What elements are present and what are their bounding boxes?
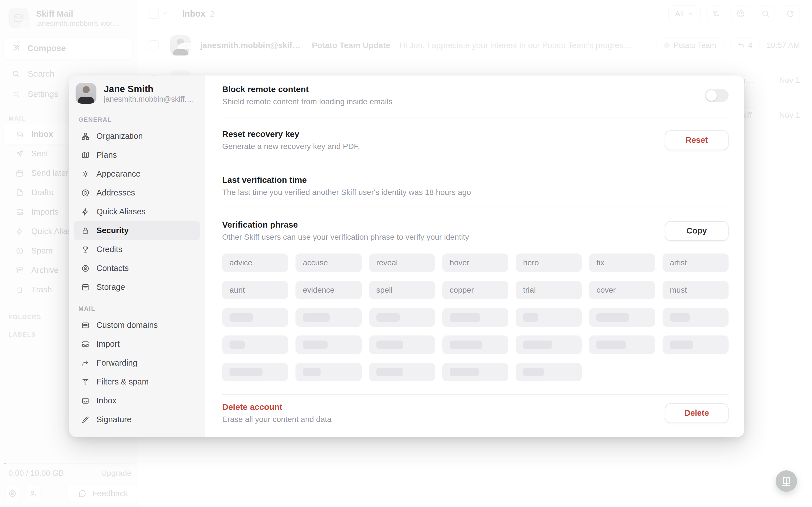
at-sign-icon	[81, 189, 90, 197]
lightning-icon	[81, 208, 90, 216]
setting-last-verification: Last verification time The last time you…	[222, 162, 728, 208]
settings-tab-contacts[interactable]: Contacts	[74, 259, 200, 278]
setting-description: Shield remote content from loading insid…	[222, 96, 393, 107]
verification-word-chip: hover	[442, 253, 508, 272]
setting-title: Delete account	[222, 401, 332, 413]
verification-word-skeleton	[442, 308, 508, 327]
setting-description: The last time you verified another Skiff…	[222, 187, 471, 198]
profile-email: janesmith.mobbin@skiff.…	[104, 95, 194, 104]
verification-word-skeleton	[516, 335, 581, 354]
verification-word-skeleton	[296, 308, 361, 327]
mail-section-label: MAIL	[79, 305, 200, 313]
settings-tab-credits[interactable]: Credits	[74, 240, 200, 259]
general-section-label: GENERAL	[79, 116, 200, 123]
pen-icon	[81, 415, 90, 424]
setting-block-remote: Block remote content Shield remote conte…	[222, 79, 728, 117]
verification-word-chip: evidence	[296, 281, 361, 299]
profile-name: Jane Smith	[104, 83, 194, 95]
verification-word-skeleton	[369, 363, 435, 381]
verification-word-chip: aunt	[222, 281, 288, 299]
profile-card: Jane Smith janesmith.mobbin@skiff.…	[74, 83, 200, 104]
verification-word-chip: spell	[369, 281, 435, 299]
person-circle-icon	[81, 264, 90, 273]
setting-description: Erase all your content and data	[222, 414, 332, 425]
settings-tab-custom-domains[interactable]: Custom domains	[74, 316, 200, 335]
profile-avatar	[75, 83, 96, 104]
verification-word-skeleton	[369, 335, 435, 354]
setting-title: Last verification time	[222, 174, 471, 186]
verification-word-chip: trial	[516, 281, 581, 299]
settings-tab-signature[interactable]: Signature	[74, 410, 200, 429]
verification-word-skeleton	[516, 308, 581, 327]
setting-title: Reset recovery key	[222, 128, 360, 140]
verification-word-chip: cover	[589, 281, 655, 299]
settings-nav: Jane Smith janesmith.mobbin@skiff.… GENE…	[69, 75, 205, 437]
settings-modal: Jane Smith janesmith.mobbin@skiff.… GENE…	[69, 75, 744, 437]
block-remote-toggle[interactable]	[705, 89, 728, 102]
security-settings-panel: Block remote content Shield remote conte…	[205, 75, 744, 437]
settings-tab-addresses[interactable]: Addresses	[74, 183, 200, 202]
settings-tab-import[interactable]: Import	[74, 335, 200, 353]
verification-word-chip: copper	[442, 281, 508, 299]
map-icon	[81, 151, 90, 159]
verification-word-skeleton	[442, 335, 508, 354]
verification-word-skeleton	[222, 308, 288, 327]
setting-reset-recovery-key: Reset recovery key Generate a new recove…	[222, 117, 728, 162]
verification-word-chip: hero	[516, 253, 581, 272]
settings-tab-appearance[interactable]: Appearance	[74, 165, 200, 183]
verification-word-chip: artist	[663, 253, 728, 272]
verification-word-chip: fix	[589, 253, 655, 272]
setting-verification-phrase: Verification phrase Other Skiff users ca…	[222, 208, 728, 394]
verification-word-skeleton	[369, 308, 435, 327]
verification-word-skeleton	[296, 363, 361, 381]
reset-button[interactable]: Reset	[665, 130, 728, 150]
settings-tab-organization[interactable]: Organization	[74, 127, 200, 146]
import-icon	[81, 340, 90, 348]
book-icon	[780, 475, 792, 487]
verification-word-skeleton	[663, 308, 728, 327]
verification-word-skeleton	[296, 335, 361, 354]
delete-button[interactable]: Delete	[665, 403, 728, 423]
forward-arrow-icon	[81, 359, 90, 367]
funnel-icon	[81, 378, 90, 386]
toggle-knob	[706, 90, 717, 101]
settings-tab-quick-aliases[interactable]: Quick Aliases	[74, 202, 200, 221]
settings-tab-inbox[interactable]: Inbox	[74, 391, 200, 410]
verification-word-chip: must	[663, 281, 728, 299]
settings-tab-forwarding[interactable]: Forwarding	[74, 353, 200, 372]
help-button[interactable]	[776, 470, 797, 492]
verification-word-skeleton	[589, 308, 655, 327]
verification-phrase-grid: advice accuse reveal hover hero fix arti…	[222, 253, 728, 381]
setting-title: Verification phrase	[222, 219, 469, 231]
verification-word-chip: accuse	[296, 253, 361, 272]
setting-delete-account: Delete account Erase all your content an…	[222, 395, 728, 425]
lock-icon	[81, 226, 90, 235]
verification-word-chip: reveal	[369, 253, 435, 272]
verification-word-skeleton	[663, 335, 728, 354]
settings-tab-storage[interactable]: Storage	[74, 278, 200, 297]
trophy-icon	[81, 245, 90, 254]
card-list-icon	[81, 321, 90, 330]
verification-word-skeleton	[516, 363, 581, 381]
setting-description: Generate a new recovery key and PDF.	[222, 141, 360, 152]
inbox-tray-icon	[81, 397, 90, 405]
org-chart-icon	[81, 132, 90, 140]
verification-word-skeleton	[222, 363, 288, 381]
setting-description: Other Skiff users can use your verificat…	[222, 231, 469, 243]
settings-tab-plans[interactable]: Plans	[74, 146, 200, 165]
verification-word-skeleton	[222, 335, 288, 354]
verification-word-skeleton	[442, 363, 508, 381]
sun-icon	[81, 170, 90, 178]
storage-box-icon	[81, 283, 90, 291]
settings-tab-filters-spam[interactable]: Filters & spam	[74, 372, 200, 391]
copy-button[interactable]: Copy	[665, 221, 728, 241]
verification-word-chip: advice	[222, 253, 288, 272]
setting-title: Block remote content	[222, 83, 393, 95]
settings-tab-security[interactable]: Security	[74, 221, 200, 240]
verification-word-skeleton	[589, 335, 655, 354]
